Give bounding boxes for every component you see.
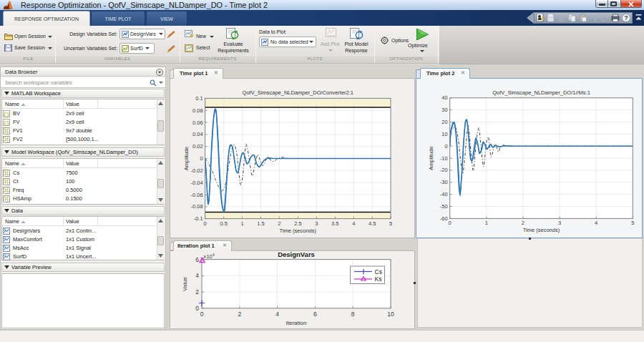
svg-text:-20: -20 <box>440 167 448 173</box>
svg-text:0: 0 <box>195 305 199 312</box>
svg-text:20: 20 <box>441 119 447 125</box>
svg-text:0: 0 <box>449 220 452 226</box>
svg-text:2: 2 <box>195 288 199 295</box>
svg-text:2: 2 <box>522 220 525 226</box>
svg-text:Amplitude: Amplitude <box>428 146 434 170</box>
svg-text:4: 4 <box>352 220 355 227</box>
svg-text:8: 8 <box>351 311 355 318</box>
svg-text:Ks: Ks <box>375 275 382 283</box>
svg-text:QofV_Simscape_NLDamper_DO/Conv: QofV_Simscape_NLDamper_DO/Converter2:1 <box>243 89 354 96</box>
svg-text:1: 1 <box>240 220 243 227</box>
svg-text:2: 2 <box>238 311 241 318</box>
svg-text:0.06: 0.06 <box>192 119 203 126</box>
svg-text:5: 5 <box>389 220 392 227</box>
svg-text:×104: ×104 <box>203 253 215 260</box>
svg-text:Time (seconds): Time (seconds) <box>280 228 317 234</box>
svg-text:0: 0 <box>200 155 203 162</box>
svg-text:5: 5 <box>631 220 634 226</box>
svg-text:0: 0 <box>445 143 448 150</box>
svg-text:6: 6 <box>195 256 199 263</box>
svg-text:4.5: 4.5 <box>369 220 376 227</box>
svg-text:-30: -30 <box>440 179 448 185</box>
svg-text:3: 3 <box>315 220 318 227</box>
svg-text:-60: -60 <box>440 215 448 222</box>
svg-text:{}: {} <box>4 120 9 126</box>
svg-text:Value: Value <box>182 277 188 291</box>
svg-text:4: 4 <box>595 220 597 226</box>
svg-text:Iteration: Iteration <box>286 320 307 326</box>
svg-text:QofV_Simscape_NLDamper_DO/1//M: QofV_Simscape_NLDamper_DO/1//Ms:1 <box>492 89 590 96</box>
svg-text:4: 4 <box>195 272 199 279</box>
svg-text:0: 0 <box>204 220 207 227</box>
svg-text:1: 1 <box>485 220 488 226</box>
svg-text:1.5: 1.5 <box>257 220 264 227</box>
svg-text:3: 3 <box>558 220 561 226</box>
svg-text:Cs: Cs <box>375 268 382 275</box>
svg-text:-10: -10 <box>440 155 448 162</box>
svg-text:Time (seconds): Time (seconds) <box>523 227 560 233</box>
svg-text:40: 40 <box>441 94 447 101</box>
svg-text:10: 10 <box>441 131 447 137</box>
svg-text:-0.1: -0.1 <box>194 215 203 222</box>
svg-text:0.08: 0.08 <box>192 107 203 114</box>
svg-text:{}: {} <box>4 112 9 117</box>
svg-text:2: 2 <box>278 220 280 227</box>
svg-text:0: 0 <box>200 311 204 318</box>
svg-text:-0.08: -0.08 <box>190 203 203 210</box>
svg-text:DesignVars: DesignVars <box>278 250 315 258</box>
svg-text:-0.04: -0.04 <box>190 180 203 186</box>
svg-text:?: ? <box>624 14 628 21</box>
svg-text:3.5: 3.5 <box>331 220 338 227</box>
svg-text:6: 6 <box>313 311 317 318</box>
svg-text:-40: -40 <box>440 191 448 197</box>
svg-text:-0.06: -0.06 <box>190 192 203 198</box>
svg-text:0.02: 0.02 <box>192 143 203 150</box>
svg-text:4: 4 <box>275 311 279 318</box>
svg-text:0.5: 0.5 <box>220 220 227 227</box>
svg-text:Amplitude: Amplitude <box>183 147 190 170</box>
svg-text:0.1: 0.1 <box>195 95 203 102</box>
svg-text:2.5: 2.5 <box>294 220 301 227</box>
svg-text:-50: -50 <box>440 203 448 210</box>
svg-text:10: 10 <box>387 311 394 318</box>
svg-text:-0.02: -0.02 <box>190 167 203 174</box>
svg-text:0.04: 0.04 <box>192 131 203 137</box>
svg-text:30: 30 <box>441 107 447 113</box>
